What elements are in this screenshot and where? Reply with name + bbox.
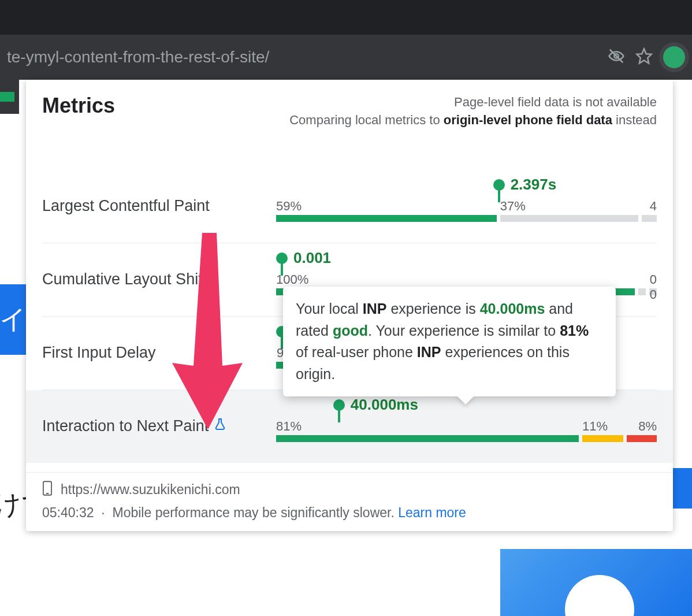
experimental-flask-icon bbox=[213, 417, 227, 435]
bar-segment bbox=[642, 215, 657, 222]
metric-bar: 40.000ms81%11%8% bbox=[276, 411, 657, 442]
origin-url: https://www.suzukikenichi.com bbox=[61, 482, 240, 498]
bg-decoration bbox=[0, 92, 14, 102]
inp-tooltip: Your local INP experience is 40.000ms an… bbox=[283, 287, 616, 396]
metric-row[interactable]: Largest Contentful Paint2.397s59%37%4 bbox=[42, 170, 657, 243]
metric-value: 0.001 bbox=[293, 249, 331, 267]
segment-label: 8% bbox=[627, 419, 657, 434]
segment-label bbox=[638, 272, 646, 302]
browser-tab-strip bbox=[0, 0, 692, 35]
field-data-note: Page-level field data is not available C… bbox=[289, 94, 657, 129]
metric-marker bbox=[493, 179, 505, 191]
bar-segment bbox=[500, 215, 638, 222]
segment-label: 0 0 bbox=[649, 272, 657, 302]
perf-note: Mobile performance may be significantly … bbox=[112, 505, 394, 520]
incognito-off-icon[interactable] bbox=[608, 47, 625, 67]
segment-label: 81% bbox=[276, 419, 579, 434]
bar-segment bbox=[627, 435, 657, 442]
extension-badge[interactable] bbox=[663, 46, 685, 68]
segment-label: 59% bbox=[276, 199, 497, 214]
metric-value: 40.000ms bbox=[351, 396, 418, 414]
metrics-heading: Metrics bbox=[42, 94, 115, 118]
mobile-device-icon bbox=[42, 481, 53, 499]
note-line: Page-level field data is not available bbox=[289, 94, 657, 112]
timestamp: 05:40:32 bbox=[42, 505, 94, 520]
svg-marker-2 bbox=[637, 49, 652, 64]
metric-name: Largest Contentful Paint bbox=[42, 197, 276, 215]
segment-label: 4 bbox=[642, 199, 657, 214]
metric-marker bbox=[333, 399, 345, 411]
metric-name: Cumulative Layout Shift bbox=[42, 270, 276, 288]
browser-toolbar: te-ymyl-content-from-the-rest-of-site/ bbox=[0, 35, 692, 80]
bar-segment bbox=[582, 435, 623, 442]
address-bar-text[interactable]: te-ymyl-content-from-the-rest-of-site/ bbox=[7, 48, 596, 66]
bar-segment bbox=[276, 435, 579, 442]
web-vitals-popup: Metrics Page-level field data is not ava… bbox=[26, 80, 673, 531]
metric-value: 2.397s bbox=[511, 176, 557, 194]
metric-name: Interaction to Next Paint bbox=[42, 417, 276, 435]
metric-bar: 2.397s59%37%4 bbox=[276, 191, 657, 222]
bookmark-star-icon[interactable] bbox=[635, 47, 653, 67]
note-line: Comparing local metrics to origin-level … bbox=[289, 112, 657, 129]
segment-label: 37% bbox=[500, 199, 638, 214]
popup-footer: https://www.suzukikenichi.com 05:40:32 ·… bbox=[26, 472, 673, 531]
metric-marker bbox=[276, 253, 288, 264]
metric-row[interactable]: Interaction to Next Paint40.000ms81%11%8… bbox=[26, 390, 673, 463]
bg-page-fragment: イ bbox=[0, 284, 26, 355]
segment-label: 11% bbox=[582, 419, 623, 434]
bar-segment bbox=[276, 215, 497, 222]
metric-name: First Input Delay bbox=[42, 344, 276, 362]
learn-more-link[interactable]: Learn more bbox=[398, 505, 466, 520]
